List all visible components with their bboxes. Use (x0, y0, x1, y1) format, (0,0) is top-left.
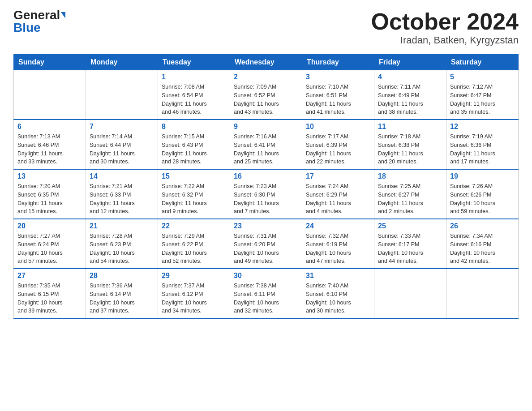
day-info: Sunrise: 7:37 AM Sunset: 6:12 PM Dayligh… (162, 282, 226, 315)
day-info: Sunrise: 7:20 AM Sunset: 6:35 PM Dayligh… (17, 182, 82, 216)
day-number: 14 (90, 172, 154, 180)
day-info: Sunrise: 7:12 AM Sunset: 6:47 PM Dayligh… (450, 83, 515, 116)
calendar-cell (14, 70, 86, 120)
calendar-cell: 19Sunrise: 7:26 AM Sunset: 6:26 PM Dayli… (446, 169, 519, 219)
day-number: 30 (234, 272, 298, 280)
calendar-cell: 4Sunrise: 7:11 AM Sunset: 6:49 PM Daylig… (374, 70, 446, 120)
day-info: Sunrise: 7:36 AM Sunset: 6:14 PM Dayligh… (90, 282, 154, 315)
day-number: 6 (17, 123, 82, 131)
day-info: Sunrise: 7:18 AM Sunset: 6:38 PM Dayligh… (378, 133, 442, 166)
logo-triangle-icon (61, 12, 65, 18)
day-number: 9 (234, 123, 298, 131)
day-number: 4 (378, 73, 442, 81)
day-info: Sunrise: 7:38 AM Sunset: 6:11 PM Dayligh… (234, 282, 298, 315)
day-info: Sunrise: 7:25 AM Sunset: 6:27 PM Dayligh… (378, 182, 442, 216)
weekday-header-thursday: Thursday (302, 55, 374, 70)
day-info: Sunrise: 7:21 AM Sunset: 6:33 PM Dayligh… (90, 182, 154, 216)
day-number: 25 (378, 222, 442, 230)
page-title: October 2024 (371, 9, 519, 34)
calendar-cell: 29Sunrise: 7:37 AM Sunset: 6:12 PM Dayli… (158, 269, 230, 318)
day-number: 28 (90, 272, 154, 280)
calendar-week-row: 13Sunrise: 7:20 AM Sunset: 6:35 PM Dayli… (14, 169, 519, 219)
day-info: Sunrise: 7:32 AM Sunset: 6:19 PM Dayligh… (306, 232, 370, 265)
day-info: Sunrise: 7:28 AM Sunset: 6:23 PM Dayligh… (90, 232, 154, 265)
day-info: Sunrise: 7:19 AM Sunset: 6:36 PM Dayligh… (450, 133, 515, 166)
calendar-cell: 30Sunrise: 7:38 AM Sunset: 6:11 PM Dayli… (230, 269, 302, 318)
day-info: Sunrise: 7:24 AM Sunset: 6:29 PM Dayligh… (306, 182, 370, 216)
calendar-header-row: SundayMondayTuesdayWednesdayThursdayFrid… (14, 55, 519, 70)
day-info: Sunrise: 7:17 AM Sunset: 6:39 PM Dayligh… (306, 133, 370, 166)
day-info: Sunrise: 7:13 AM Sunset: 6:46 PM Dayligh… (17, 133, 82, 166)
calendar-cell: 31Sunrise: 7:40 AM Sunset: 6:10 PM Dayli… (302, 269, 374, 318)
calendar-cell: 9Sunrise: 7:16 AM Sunset: 6:41 PM Daylig… (230, 120, 302, 169)
calendar-cell: 25Sunrise: 7:33 AM Sunset: 6:17 PM Dayli… (374, 219, 446, 269)
day-number: 18 (378, 172, 442, 180)
day-number: 11 (378, 123, 442, 131)
day-number: 22 (162, 222, 226, 230)
day-info: Sunrise: 7:16 AM Sunset: 6:41 PM Dayligh… (234, 133, 298, 166)
calendar-cell: 15Sunrise: 7:22 AM Sunset: 6:32 PM Dayli… (158, 169, 230, 219)
weekday-header-monday: Monday (86, 55, 158, 70)
calendar-cell: 11Sunrise: 7:18 AM Sunset: 6:38 PM Dayli… (374, 120, 446, 169)
day-info: Sunrise: 7:22 AM Sunset: 6:32 PM Dayligh… (162, 182, 226, 216)
logo-general: General (13, 9, 60, 21)
day-info: Sunrise: 7:23 AM Sunset: 6:30 PM Dayligh… (234, 182, 298, 216)
calendar-cell: 13Sunrise: 7:20 AM Sunset: 6:35 PM Dayli… (14, 169, 86, 219)
calendar-week-row: 27Sunrise: 7:35 AM Sunset: 6:15 PM Dayli… (14, 269, 519, 318)
day-number: 5 (450, 73, 515, 81)
calendar-cell: 21Sunrise: 7:28 AM Sunset: 6:23 PM Dayli… (86, 219, 158, 269)
day-info: Sunrise: 7:11 AM Sunset: 6:49 PM Dayligh… (378, 83, 442, 116)
calendar-cell: 18Sunrise: 7:25 AM Sunset: 6:27 PM Dayli… (374, 169, 446, 219)
day-number: 24 (306, 222, 370, 230)
day-number: 17 (306, 172, 370, 180)
day-number: 8 (162, 123, 226, 131)
weekday-header-tuesday: Tuesday (158, 55, 230, 70)
day-info: Sunrise: 7:40 AM Sunset: 6:10 PM Dayligh… (306, 282, 370, 315)
calendar-table: SundayMondayTuesdayWednesdayThursdayFrid… (13, 54, 519, 319)
day-number: 23 (234, 222, 298, 230)
weekday-header-sunday: Sunday (14, 55, 86, 70)
calendar-cell: 12Sunrise: 7:19 AM Sunset: 6:36 PM Dayli… (446, 120, 519, 169)
day-number: 20 (17, 222, 82, 230)
calendar-cell: 26Sunrise: 7:34 AM Sunset: 6:16 PM Dayli… (446, 219, 519, 269)
day-number: 10 (306, 123, 370, 131)
day-info: Sunrise: 7:27 AM Sunset: 6:24 PM Dayligh… (17, 232, 82, 265)
day-number: 16 (234, 172, 298, 180)
calendar-cell: 8Sunrise: 7:15 AM Sunset: 6:43 PM Daylig… (158, 120, 230, 169)
logo-blue: Blue (13, 21, 41, 34)
day-number: 21 (90, 222, 154, 230)
calendar-cell (86, 70, 158, 120)
day-number: 7 (90, 123, 154, 131)
day-info: Sunrise: 7:10 AM Sunset: 6:51 PM Dayligh… (306, 83, 370, 116)
calendar-cell: 17Sunrise: 7:24 AM Sunset: 6:29 PM Dayli… (302, 169, 374, 219)
day-info: Sunrise: 7:26 AM Sunset: 6:26 PM Dayligh… (450, 182, 515, 216)
day-info: Sunrise: 7:14 AM Sunset: 6:44 PM Dayligh… (90, 133, 154, 166)
day-number: 2 (234, 73, 298, 81)
calendar-cell: 14Sunrise: 7:21 AM Sunset: 6:33 PM Dayli… (86, 169, 158, 219)
calendar-cell: 5Sunrise: 7:12 AM Sunset: 6:47 PM Daylig… (446, 70, 519, 120)
day-info: Sunrise: 7:08 AM Sunset: 6:54 PM Dayligh… (162, 83, 226, 116)
calendar-cell: 24Sunrise: 7:32 AM Sunset: 6:19 PM Dayli… (302, 219, 374, 269)
weekday-header-saturday: Saturday (446, 55, 519, 70)
calendar-week-row: 1Sunrise: 7:08 AM Sunset: 6:54 PM Daylig… (14, 70, 519, 120)
weekday-header-friday: Friday (374, 55, 446, 70)
day-info: Sunrise: 7:09 AM Sunset: 6:52 PM Dayligh… (234, 83, 298, 116)
weekday-header-wednesday: Wednesday (230, 55, 302, 70)
day-number: 26 (450, 222, 515, 230)
day-number: 13 (17, 172, 82, 180)
calendar-cell (374, 269, 446, 318)
calendar-week-row: 20Sunrise: 7:27 AM Sunset: 6:24 PM Dayli… (14, 219, 519, 269)
calendar-week-row: 6Sunrise: 7:13 AM Sunset: 6:46 PM Daylig… (14, 120, 519, 169)
title-block: October 2024 Iradan, Batken, Kyrgyzstan (371, 9, 519, 46)
day-info: Sunrise: 7:34 AM Sunset: 6:16 PM Dayligh… (450, 232, 515, 265)
day-number: 3 (306, 73, 370, 81)
calendar-cell: 16Sunrise: 7:23 AM Sunset: 6:30 PM Dayli… (230, 169, 302, 219)
day-number: 1 (162, 73, 226, 81)
page-subtitle: Iradan, Batken, Kyrgyzstan (371, 34, 519, 46)
page-header: General Blue October 2024 Iradan, Batken… (13, 9, 519, 46)
day-number: 15 (162, 172, 226, 180)
calendar-cell: 27Sunrise: 7:35 AM Sunset: 6:15 PM Dayli… (14, 269, 86, 318)
day-number: 31 (306, 272, 370, 280)
day-info: Sunrise: 7:29 AM Sunset: 6:22 PM Dayligh… (162, 232, 226, 265)
calendar-cell: 28Sunrise: 7:36 AM Sunset: 6:14 PM Dayli… (86, 269, 158, 318)
